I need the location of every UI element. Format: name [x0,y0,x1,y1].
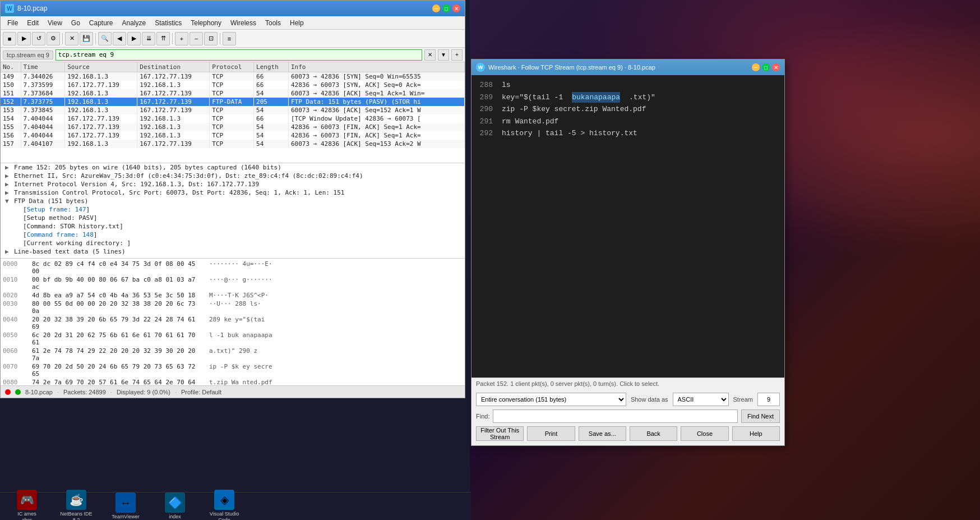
table-row[interactable]: 1577.404107192.168.1.3167.172.77.139TCP5… [1,140,465,148]
table-row[interactable]: 1527.373775192.168.1.3167.172.77.139FTP-… [1,98,465,106]
col-length[interactable]: Length [254,62,289,72]
stream-number-input[interactable] [757,393,780,406]
cell-info: FTP Data: 151 bytes (PASV) (STOR hi [288,98,464,106]
col-info[interactable]: Info [288,62,464,72]
minimize-button[interactable]: ─ [432,4,440,12]
toolbar-btn-zoom-out[interactable]: − [189,32,203,45]
status-separator-1: · [57,389,59,395]
hex-offset: 0020 [3,292,23,299]
show-data-as-dropdown[interactable]: ASCII [673,393,729,406]
menu-item-help[interactable]: Help [285,18,308,28]
menu-item-go[interactable]: Go [67,18,85,28]
close-button[interactable]: ✕ [452,4,460,12]
toolbar-separator-1 [62,33,63,44]
detail-line[interactable]: ▶Frame 152: 205 bytes on wire (1640 bits… [1,163,465,172]
toolbar-btn-stop[interactable]: ✕ [65,32,78,45]
tcp-window-controls[interactable]: ─ □ ✕ [752,63,780,71]
filter-out-stream-button[interactable]: Filter Out This Stream [476,426,524,441]
tcp-line-number: 291 [476,116,493,127]
col-no[interactable]: No. [1,62,21,72]
tcp-close-button[interactable]: ✕ [772,63,780,71]
hex-line: 00008c dc 02 89 c4 f4 c0 e4 34 75 3d 0f … [3,260,463,275]
toolbar-btn-zoom-in[interactable]: + [175,32,188,45]
menu-item-tools[interactable]: Tools [261,18,285,28]
menu-item-analyze[interactable]: Analyze [118,18,151,28]
toolbar-btn-forward[interactable]: ▶ [127,32,141,45]
col-source[interactable]: Source [65,62,137,72]
find-next-button[interactable]: Find Next [741,409,780,423]
menu-bar: FileEditViewGoCaptureAnalyzeStatisticsTe… [1,16,465,30]
tcp-maximize-button[interactable]: □ [762,63,770,71]
filter-add-button[interactable]: + [451,49,463,61]
detail-line[interactable]: ▶Transmission Control Protocol, Src Port… [1,188,465,197]
toolbar-btn-scroll-up[interactable]: ⇈ [156,32,170,45]
toolbar-btn-zoom-fit[interactable]: ⊡ [204,32,218,45]
toolbar-btn-2[interactable]: ▶ [17,32,31,45]
table-row[interactable]: 1497.344026192.168.1.3167.172.77.139TCP6… [1,72,465,81]
taskbar-app[interactable]: ◈Visual Studio Code [202,487,247,520]
toolbar-btn-1[interactable]: ■ [3,32,16,45]
tcp-content-area: 288ls289key="$(tail -1 bukanapaapa.txt)"… [471,75,784,378]
detail-line[interactable]: ▶Internet Protocol Version 4, Src: 192.1… [1,180,465,188]
table-row[interactable]: 1557.404044167.172.77.139192.168.1.3TCP5… [1,123,465,131]
toolbar-btn-restart[interactable]: ↺ [32,32,45,45]
tcp-minimize-button[interactable]: ─ [752,63,760,71]
toolbar-btn-back[interactable]: ◀ [113,32,126,45]
toolbar-btn-settings[interactable]: ⚙ [47,32,60,45]
taskbar-app[interactable]: ☕NetBeans IDE 8.2 [54,487,99,520]
help-button[interactable]: Help [732,426,780,441]
toolbar-btn-find[interactable]: 🔍 [98,32,112,45]
detail-text: FTP Data (151 bytes) [14,197,88,205]
hex-offset: 0050 [3,332,23,346]
menu-item-file[interactable]: File [3,18,22,28]
tcp-line-code: ls [502,80,511,91]
detail-line[interactable]: ▶Line-based text data (5 lines) [1,247,465,256]
cell-info: 42836 → 60073 [FIN, ACK] Seq=1 Ack= [288,131,464,140]
cell-no: 151 [1,89,21,98]
filter-input[interactable] [56,49,422,61]
capture-stop-indicator [5,389,11,395]
cell-time: 7.373775 [21,98,65,106]
toolbar-btn-scroll[interactable]: ⇊ [142,32,155,45]
table-row[interactable]: 1567.404044167.172.77.139192.168.1.3TCP5… [1,131,465,140]
detail-link[interactable]: Setup frame: 147 [27,206,86,213]
menu-item-capture[interactable]: Capture [85,18,118,28]
menu-item-view[interactable]: View [43,18,67,28]
cell-len: 66 [254,72,289,81]
toolbar-btn-color[interactable]: ≡ [223,32,236,45]
hex-bytes: 4d 8b ea a9 a7 54 c0 4b 4a 36 53 5e 3c 5… [32,292,200,299]
toolbar-btn-save[interactable]: 💾 [80,32,93,45]
filter-dropdown-button[interactable]: ▼ [438,49,449,61]
filter-clear-button[interactable]: ✕ [424,49,436,61]
close-stream-button[interactable]: Close [681,426,728,441]
back-button[interactable]: Back [630,426,677,441]
col-destination[interactable]: Destination [137,62,210,72]
cell-proto: TCP [210,106,254,114]
maximize-button[interactable]: □ [442,4,450,12]
window-controls[interactable]: ─ □ ✕ [432,4,460,12]
tcp-controls: Entire conversation (151 bytes) Show dat… [471,389,784,426]
save-as-button[interactable]: Save as... [579,426,626,441]
menu-item-statistics[interactable]: Statistics [150,18,186,28]
conversation-dropdown[interactable]: Entire conversation (151 bytes) [476,393,626,406]
hex-ascii: ··U··· 288 ls· [209,300,261,315]
menu-item-telephony[interactable]: Telephony [186,18,226,28]
menu-item-edit[interactable]: Edit [22,18,43,28]
print-button[interactable]: Print [527,426,575,441]
detail-line[interactable]: ▼FTP Data (151 bytes) [1,197,465,205]
detail-line[interactable]: ▶Ethernet II, Src: AzureWav_75:3d:0f (c0… [1,172,465,180]
col-time[interactable]: Time [21,62,65,72]
col-protocol[interactable]: Protocol [210,62,254,72]
taskbar-app[interactable]: ↔TeamViewer [103,490,148,520]
table-row[interactable]: 1537.373845192.168.1.3167.172.77.139TCP5… [1,106,465,114]
menu-item-wireless[interactable]: Wireless [226,18,261,28]
taskbar-app[interactable]: 🎮IC ames cher [4,487,49,520]
table-row[interactable]: 1547.404044167.172.77.139192.168.1.3TCP6… [1,114,465,123]
table-row[interactable]: 1517.373684192.168.1.3167.172.77.139TCP5… [1,89,465,98]
detail-link[interactable]: Command frame: 148 [27,231,94,238]
find-input[interactable] [493,409,737,423]
table-row[interactable]: 1507.373599167.172.77.139192.168.1.3TCP6… [1,81,465,89]
hex-bytes: 6c 20 2d 31 20 62 75 6b 61 6e 61 70 61 6… [32,332,200,346]
cell-len: 54 [254,89,289,98]
taskbar-app[interactable]: 🔷index [152,490,197,520]
